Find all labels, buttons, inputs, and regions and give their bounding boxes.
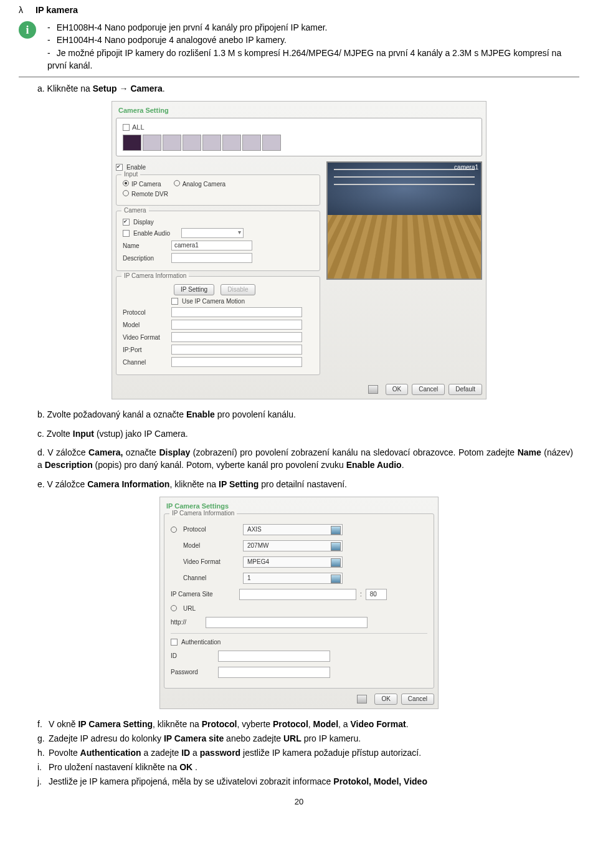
group-title: Input: [121, 171, 140, 178]
thumb[interactable]: [183, 135, 201, 151]
video-dropdown[interactable]: MPEG4▾: [243, 556, 343, 568]
ip-input[interactable]: [239, 589, 356, 600]
info-line: EH1004H-4 Nano podporuje 4 analogové ane…: [57, 35, 287, 45]
checkbox-icon[interactable]: [123, 124, 130, 131]
all-checkbox-row[interactable]: ALL: [123, 123, 475, 131]
info-callout: i -EH1008H-4 Nano podporuje jen první 4 …: [19, 21, 579, 72]
audio-dropdown[interactable]: [181, 228, 244, 238]
camera-group: Camera Display Enable Audio Namecamera1 …: [116, 211, 320, 271]
model-dropdown[interactable]: 207MW▾: [243, 540, 343, 551]
thumb[interactable]: [163, 135, 181, 151]
default-button[interactable]: Default: [448, 384, 482, 395]
save-icon[interactable]: [368, 385, 378, 394]
radio-remotedvr[interactable]: [123, 190, 129, 196]
step-d: d. V záložce Camera, označte Display (zo…: [37, 446, 573, 472]
thumb[interactable]: [242, 135, 261, 151]
url-input[interactable]: [206, 617, 368, 628]
ok-button[interactable]: OK: [386, 384, 408, 395]
info-line: Je možné připojit IP kamery do rozlišení…: [47, 48, 561, 70]
disable-button[interactable]: Disable: [221, 284, 255, 295]
thumb[interactable]: [262, 135, 281, 151]
section-title: IP kamera: [36, 5, 78, 15]
save-icon[interactable]: [357, 695, 367, 703]
videoformat-field[interactable]: [171, 332, 302, 342]
preview-label: camera1: [454, 164, 478, 171]
name-input[interactable]: camera1: [171, 241, 252, 250]
thumb[interactable]: [123, 135, 141, 151]
enable-audio-checkbox[interactable]: [123, 230, 130, 237]
channel-field[interactable]: [171, 357, 302, 367]
steps-fghij: f.V okně IP Camera Setting, klikněte na …: [37, 718, 579, 788]
info-icon: i: [19, 21, 36, 39]
step-e: e. V záložce Camera Information, kliknět…: [37, 478, 579, 490]
group-title: IP Camera Information: [169, 510, 237, 517]
ipport-field[interactable]: [171, 345, 302, 355]
enable-checkbox[interactable]: [116, 164, 123, 171]
panel-title: IP Camera Settings: [166, 502, 434, 510]
model-field[interactable]: [171, 320, 302, 330]
input-group: Input IP Camera Analog Camera Remote DVR: [116, 174, 320, 206]
radio-ipcamera[interactable]: [123, 180, 129, 186]
thumb[interactable]: [222, 135, 241, 151]
enable-label: Enable: [126, 164, 146, 171]
thumb[interactable]: [202, 135, 221, 151]
id-input[interactable]: [218, 651, 330, 662]
section-header: λ IP kamera: [19, 5, 579, 15]
display-checkbox[interactable]: [123, 219, 130, 226]
camera-preview: camera1: [326, 161, 482, 280]
info-line: EH1008H-4 Nano podporuje jen první 4 kan…: [57, 22, 328, 32]
page-number: 20: [19, 797, 579, 806]
ok-button[interactable]: OK: [374, 694, 397, 705]
panel-title: Camera Setting: [118, 107, 482, 114]
group-title: IP Camera Information: [121, 272, 189, 279]
step-a: a. Klikněte na Setup → Camera.: [37, 82, 579, 95]
step-c: c. Zvolte Input (vstup) jako IP Camera.: [37, 427, 579, 440]
use-motion-checkbox[interactable]: [171, 298, 178, 305]
ip-camera-settings-screenshot: IP Camera Settings IP Camera Information…: [159, 497, 439, 709]
lambda-icon: λ: [19, 5, 23, 15]
radio-analog[interactable]: [174, 180, 180, 186]
auth-checkbox[interactable]: [171, 639, 178, 646]
ip-setting-button[interactable]: IP Setting: [174, 284, 214, 295]
step-b: b. Zvolte požadovaný kanál a označte Ena…: [37, 408, 579, 421]
password-input[interactable]: [218, 667, 330, 678]
ip-camera-info-group: IP Camera Information IP Setting Disable…: [116, 276, 320, 375]
description-input[interactable]: [171, 253, 252, 263]
thumb[interactable]: [143, 135, 161, 151]
protocol-field[interactable]: [171, 307, 302, 317]
protocol-dropdown[interactable]: AXIS▾: [243, 524, 343, 535]
protocol-radio[interactable]: [171, 527, 177, 533]
divider: [19, 77, 579, 77]
cancel-button[interactable]: Cancel: [401, 694, 434, 705]
group-title: Camera: [121, 207, 149, 214]
channel-thumbs[interactable]: [123, 135, 475, 151]
url-radio[interactable]: [171, 605, 177, 611]
channel-dropdown[interactable]: 1▾: [243, 573, 343, 584]
port-input[interactable]: 80: [366, 589, 387, 600]
info-list: -EH1008H-4 Nano podporuje jen první 4 ka…: [47, 21, 579, 72]
camera-setting-screenshot: Camera Setting ALL Enable Input: [112, 101, 486, 399]
cancel-button[interactable]: Cancel: [412, 384, 445, 395]
